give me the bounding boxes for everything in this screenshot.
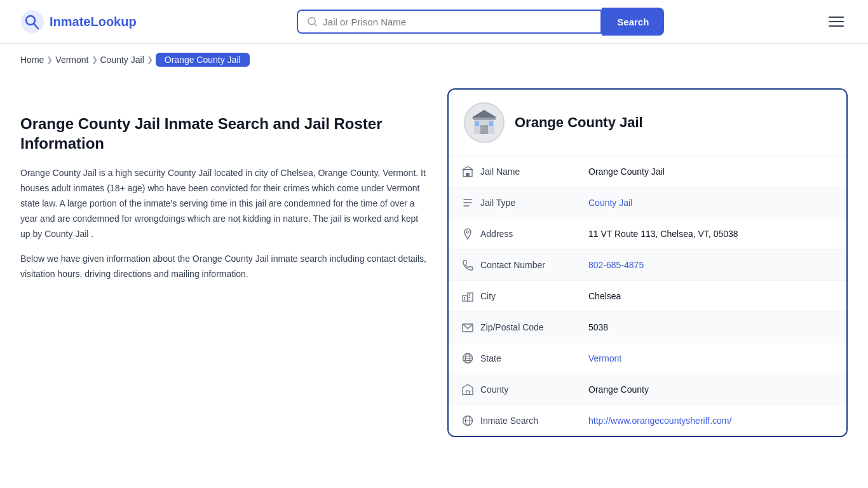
label-address: Address — [449, 219, 576, 250]
table-row: CountyOrange County — [449, 374, 846, 405]
link-jail-type[interactable]: County Jail — [588, 198, 632, 208]
link-inmate-search[interactable]: http://www.orangecountysheriff.com/ — [588, 416, 731, 426]
value-city: Chelsea — [576, 281, 846, 312]
search-box — [297, 10, 602, 34]
table-row: Inmate Searchhttp://www.orangecountysher… — [449, 405, 846, 437]
svg-point-18 — [466, 231, 469, 233]
table-row: Zip/Postal Code5038 — [449, 312, 846, 343]
label-inmate-search: Inmate Search — [449, 405, 576, 437]
logo-text: InmateLookup — [50, 15, 137, 29]
label-zip: Zip/Postal Code — [449, 312, 576, 343]
label-text-jail-name: Jail Name — [480, 166, 520, 177]
value-jail-name: Orange County Jail — [576, 156, 846, 187]
table-row: Address11 VT Route 113, Chelsea, VT, 050… — [449, 219, 846, 250]
page-description-1: Orange County Jail is a high security Co… — [20, 166, 427, 241]
svg-point-0 — [21, 10, 44, 33]
breadcrumb-current: Orange County Jail — [156, 53, 250, 67]
svg-rect-13 — [466, 173, 468, 177]
svg-rect-9 — [475, 121, 479, 126]
value-contact[interactable]: 802-685-4875 — [576, 250, 846, 281]
page-title: Orange County Jail Inmate Search and Jai… — [20, 114, 427, 153]
label-text-county: County — [480, 384, 508, 395]
chevron-icon: ❯ — [46, 55, 53, 64]
search-icon — [307, 16, 318, 27]
svg-rect-8 — [480, 125, 488, 134]
label-city: City — [449, 281, 576, 312]
label-jail-type: Jail Type — [449, 187, 576, 219]
logo-icon — [20, 10, 44, 34]
hamburger-line-3 — [829, 25, 844, 27]
value-jail-type[interactable]: County Jail — [576, 187, 846, 219]
breadcrumb-home[interactable]: Home — [20, 55, 44, 65]
label-state: State — [449, 343, 576, 374]
chevron-icon-3: ❯ — [147, 55, 153, 64]
hamburger-line-2 — [829, 21, 844, 22]
table-row: Jail TypeCounty Jail — [449, 187, 846, 219]
svg-rect-6 — [473, 118, 496, 120]
svg-line-4 — [315, 24, 317, 26]
svg-rect-10 — [489, 121, 493, 126]
search-button[interactable]: Search — [602, 8, 664, 36]
site-header: InmateLookup Search — [0, 0, 868, 44]
svg-rect-21 — [464, 297, 465, 298]
svg-rect-19 — [463, 295, 468, 301]
info-card-header: Orange County Jail — [449, 90, 846, 156]
table-row: Contact Number802-685-4875 — [449, 250, 846, 281]
label-text-contact: Contact Number — [480, 260, 545, 270]
table-row: StateVermont — [449, 343, 846, 374]
breadcrumb: Home ❯ Vermont ❯ County Jail ❯ Orange Co… — [0, 44, 868, 76]
table-row: CityChelsea — [449, 281, 846, 312]
logo-text-part2: Lookup — [90, 15, 136, 29]
svg-rect-14 — [468, 173, 470, 177]
link-contact[interactable]: 802-685-4875 — [588, 260, 644, 270]
link-state[interactable]: Vermont — [588, 353, 621, 363]
info-table: Jail NameOrange County JailJail TypeCoun… — [449, 156, 846, 436]
value-address: 11 VT Route 113, Chelsea, VT, 05038 — [576, 219, 846, 250]
label-text-state: State — [480, 353, 501, 363]
label-contact: Contact Number — [449, 250, 576, 281]
label-text-jail-type: Jail Type — [480, 198, 515, 208]
label-county: County — [449, 374, 576, 405]
jail-avatar — [464, 102, 505, 143]
value-county: Orange County — [576, 374, 846, 405]
label-text-inmate-search: Inmate Search — [480, 416, 538, 426]
breadcrumb-type[interactable]: County Jail — [100, 55, 144, 65]
logo-text-part1: Inmate — [50, 15, 90, 29]
logo-link[interactable]: InmateLookup — [20, 10, 137, 34]
value-inmate-search[interactable]: http://www.orangecountysheriff.com/ — [576, 405, 846, 437]
search-input[interactable] — [323, 17, 592, 27]
jail-building-icon — [469, 107, 499, 138]
search-area: Search — [297, 8, 664, 36]
label-text-city: City — [480, 291, 496, 301]
svg-rect-22 — [464, 299, 465, 300]
left-panel: Orange County Jail Inmate Search and Jai… — [20, 88, 427, 437]
svg-rect-23 — [469, 294, 470, 295]
main-content: Orange County Jail Inmate Search and Jai… — [0, 76, 868, 463]
hamburger-line-1 — [829, 17, 844, 18]
info-card: Orange County Jail Jail NameOrange Count… — [447, 88, 848, 437]
value-state[interactable]: Vermont — [576, 343, 846, 374]
label-text-zip: Zip/Postal Code — [480, 322, 544, 332]
table-row: Jail NameOrange County Jail — [449, 156, 846, 187]
value-zip: 5038 — [576, 312, 846, 343]
right-panel: Orange County Jail Jail NameOrange Count… — [447, 88, 848, 437]
chevron-icon-2: ❯ — [92, 55, 98, 64]
svg-rect-31 — [466, 391, 470, 395]
page-description-2: Below we have given information about th… — [20, 252, 427, 282]
label-jail-name: Jail Name — [449, 156, 576, 187]
label-text-address: Address — [480, 229, 513, 239]
card-jail-name: Orange County Jail — [515, 114, 643, 131]
svg-rect-24 — [469, 297, 470, 298]
hamburger-menu[interactable] — [825, 13, 848, 30]
breadcrumb-state[interactable]: Vermont — [55, 55, 88, 65]
